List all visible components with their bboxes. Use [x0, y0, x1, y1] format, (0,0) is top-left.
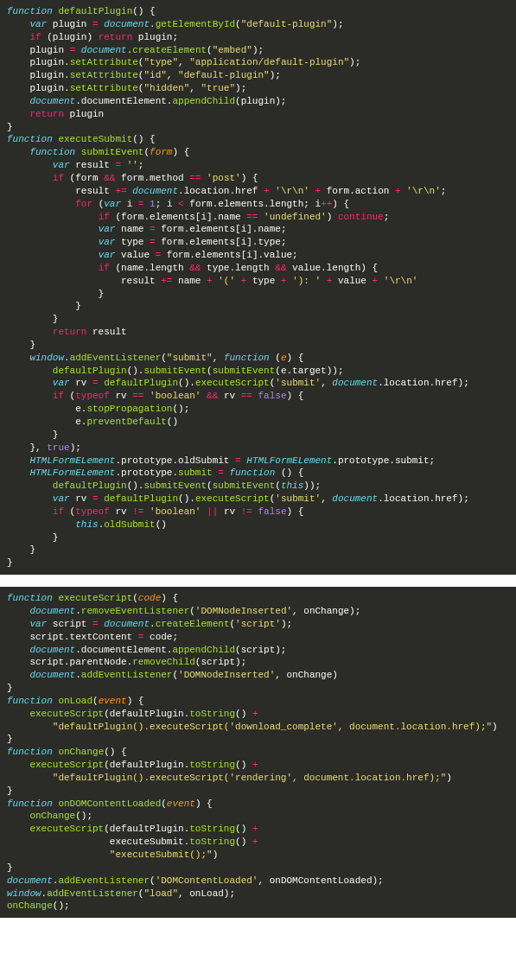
code-pane-2: function executeScript(code) { document.… [0, 587, 516, 918]
code-block-2[interactable]: function executeScript(code) { document.… [7, 592, 509, 913]
code-pane-1: function defaultPlugin() { var plugin = … [0, 0, 516, 575]
code-block-1[interactable]: function defaultPlugin() { var plugin = … [7, 5, 509, 570]
